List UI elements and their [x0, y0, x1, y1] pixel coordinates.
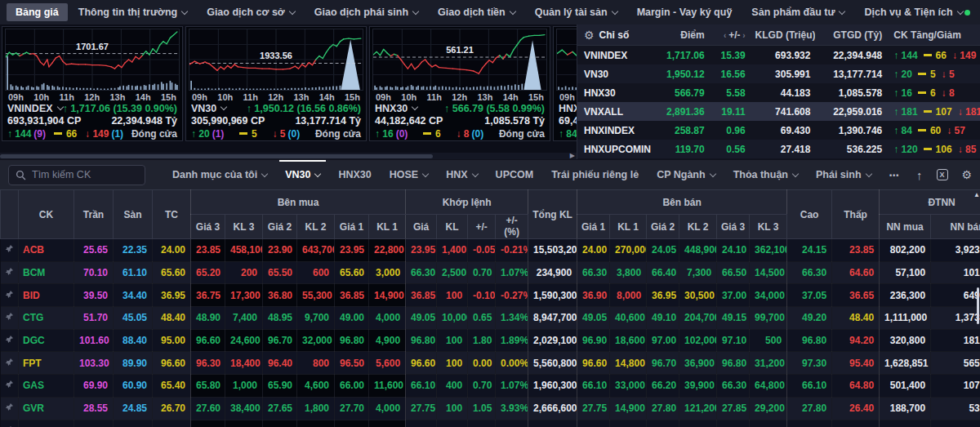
bid-volume-2[interactable]: 800	[297, 352, 335, 375]
reference-price[interactable]: 65.60	[153, 261, 191, 284]
low-price[interactable]: 64.80	[832, 375, 880, 398]
ticker-symbol[interactable]: ACB	[19, 239, 74, 262]
bid-volume-2[interactable]: 9,700	[297, 307, 335, 330]
nav-item-giao-dich-co-so[interactable]: Giao dịch cơ sở	[198, 3, 304, 21]
price-change-percent[interactable]: 0.00%	[496, 352, 528, 375]
tab-[interactable]: ⋯	[880, 160, 909, 190]
price-change-percent[interactable]: 1.34%	[496, 307, 528, 330]
price-change-percent[interactable]: 1.89%	[496, 329, 528, 352]
index-name-dropdown[interactable]: HNX30	[375, 103, 417, 114]
matched-volume[interactable]: 400	[437, 375, 468, 398]
settings-gear-icon[interactable]: ⚙	[584, 29, 595, 41]
ask-price-1[interactable]: 96.90	[577, 329, 610, 352]
matched-price[interactable]: 21.10	[406, 420, 437, 427]
bid-price-1[interactable]: 21.05	[335, 420, 369, 427]
ask-price-1[interactable]: 27.75	[577, 397, 610, 420]
price-change[interactable]: 1.05	[468, 397, 496, 420]
floor-price[interactable]: 61.10	[114, 261, 153, 284]
tab-thoa-thuan[interactable]: Thỏa thuận	[724, 160, 807, 190]
bid-volume-3[interactable]: 38,400	[225, 397, 263, 420]
matched-price[interactable]: 66.30	[406, 261, 437, 284]
low-price[interactable]: 36.65	[832, 284, 880, 307]
reference-price[interactable]: 21.50	[153, 420, 191, 427]
high-price[interactable]: 21.20	[787, 420, 832, 427]
ask-price-2[interactable]: 27.80	[647, 397, 679, 420]
pin-icon[interactable]	[1, 284, 19, 307]
ticker-symbol[interactable]: BCM	[19, 261, 74, 284]
price-change-percent[interactable]: 1.07%	[496, 375, 528, 398]
nav-item-giao-dich-phai-sinh[interactable]: Giao dịch phái sinh	[305, 3, 427, 21]
price-change[interactable]: 0.70	[468, 261, 496, 284]
ticker-symbol[interactable]: DGC	[19, 329, 74, 352]
ask-volume-2[interactable]: 7,300	[679, 261, 717, 284]
bid-volume-3[interactable]: 1,000	[225, 375, 263, 398]
pin-icon[interactable]	[1, 352, 19, 375]
price-change-percent[interactable]: -0.21%	[496, 239, 528, 262]
foreign-sell-volume[interactable]: 53,510	[931, 397, 980, 420]
bid-price-2[interactable]: 23.90	[263, 239, 297, 262]
reference-price[interactable]: 95.00	[153, 329, 191, 352]
bid-volume-2[interactable]: 4,600	[297, 375, 335, 398]
bid-volume-1[interactable]: 4,000	[369, 307, 406, 330]
reference-price[interactable]: 96.60	[153, 352, 191, 375]
total-volume[interactable]: 15,503,200	[528, 239, 577, 262]
foreign-sell-volume[interactable]: 649,380	[931, 284, 980, 307]
reference-price[interactable]: 36.95	[153, 284, 191, 307]
ticker-symbol[interactable]: HDB	[19, 420, 74, 427]
high-price[interactable]: 66.30	[787, 261, 832, 284]
nav-item-quan-ly-tai-san[interactable]: Quản lý tài sản	[526, 3, 626, 21]
tab-hose[interactable]: HOSE	[381, 160, 437, 190]
index-row-hnxindex[interactable]: HNXINDEX258.870.9669.4301,390.746↑ 8460↓…	[577, 121, 980, 140]
bid-price-2[interactable]: 65.50	[263, 261, 297, 284]
high-price[interactable]: 96.80	[787, 329, 832, 352]
bid-volume-3[interactable]: 17,300	[225, 284, 263, 307]
matched-price[interactable]: 96.60	[406, 352, 437, 375]
ceiling-price[interactable]: 103.30	[74, 352, 114, 375]
ask-volume-1[interactable]: 14,900	[610, 397, 647, 420]
bid-price-1[interactable]: 65.60	[335, 261, 369, 284]
bid-volume-2[interactable]: 100,000	[297, 420, 335, 427]
search-input[interactable]	[32, 169, 138, 180]
chevron-right-icon[interactable]: ›	[740, 31, 745, 40]
ask-volume-1[interactable]: 896,000	[610, 420, 647, 427]
total-volume[interactable]: 1,960,300	[528, 375, 577, 398]
bid-volume-1[interactable]: 11,600	[369, 375, 406, 398]
foreign-buy-volume[interactable]: 236,300	[880, 284, 931, 307]
price-change[interactable]: -0.10	[468, 284, 496, 307]
ask-volume-3[interactable]: 34,000	[750, 284, 787, 307]
ask-price-1[interactable]: 36.90	[577, 284, 610, 307]
bid-price-3[interactable]: 65.20	[191, 261, 225, 284]
foreign-sell-volume[interactable]: 3,923,800	[931, 239, 980, 262]
ask-price-1[interactable]: 66.10	[577, 375, 610, 398]
price-change[interactable]: 0.00	[468, 352, 496, 375]
ask-price-1[interactable]: 24.00	[577, 239, 610, 262]
bid-price-1[interactable]: 96.50	[335, 352, 369, 375]
ticker-symbol[interactable]: GAS	[19, 375, 74, 398]
foreign-buy-volume[interactable]: 188,700	[880, 397, 931, 420]
matched-volume[interactable]: 10,000	[437, 307, 468, 330]
pin-icon[interactable]	[1, 329, 19, 352]
tab-phai-sinh[interactable]: Phái sinh	[807, 160, 880, 190]
index-name-dropdown[interactable]: HNXINDEX	[559, 103, 577, 114]
index-row-vnxall[interactable]: VNXALL2,891.3619.11741.60822,959.016↑ 18…	[577, 102, 980, 121]
ask-price-1[interactable]: 66.30	[577, 261, 610, 284]
bid-volume-3[interactable]: 24,600	[225, 329, 263, 352]
matched-volume[interactable]: 100	[437, 420, 468, 427]
bid-price-2[interactable]: 96.40	[263, 352, 297, 375]
index-row-hnxupcomindex[interactable]: HNXUPCOMINDEX119.700.5627.418536.225↑ 12…	[577, 140, 980, 158]
index-row-hnx30[interactable]: HNX30566.795.5844.1831,085.578↑ 166↓ 8	[577, 83, 980, 102]
low-price[interactable]: 48.40	[832, 307, 880, 330]
bid-volume-1[interactable]: 4,000	[369, 397, 406, 420]
pin-icon[interactable]	[1, 375, 19, 398]
ask-volume-3[interactable]: 14,500	[750, 261, 787, 284]
ask-price-3[interactable]: 21.20	[717, 420, 750, 427]
table-vertical-scrollbar[interactable]: ▲	[976, 189, 980, 427]
charts-horizontal-scrollbar[interactable]: ▶	[0, 153, 577, 159]
ask-volume-1[interactable]: 18,600	[610, 329, 647, 352]
matched-price[interactable]: 23.95	[406, 239, 437, 262]
tab-upcom[interactable]: UPCOM	[487, 160, 543, 190]
tab-trai-phieu-rieng-le[interactable]: Trái phiếu riêng lẻ	[542, 160, 648, 190]
ask-price-1[interactable]: 21.10	[577, 420, 610, 427]
ticker-symbol[interactable]: BID	[19, 284, 74, 307]
nav-item-san-pham-au-tu[interactable]: Sản phẩm đầu tư	[742, 3, 853, 21]
